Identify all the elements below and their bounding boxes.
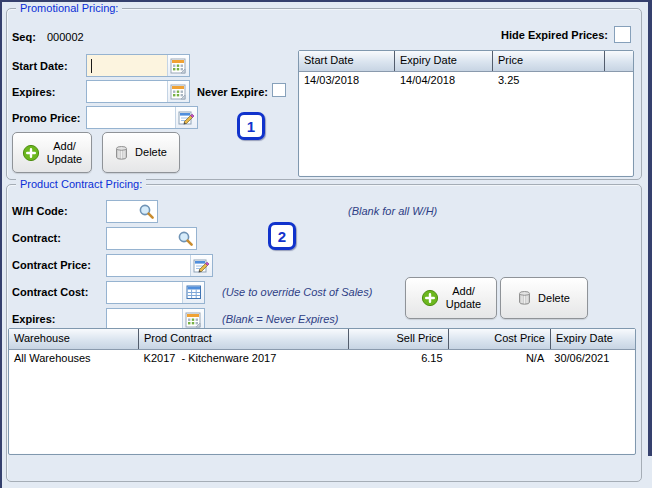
contract-row-sell-price: 6.15	[348, 350, 448, 368]
promo-col-price[interactable]: Price	[493, 51, 605, 71]
promo-price-edit-button[interactable]	[175, 107, 197, 128]
hide-expired-checkbox[interactable]	[614, 26, 631, 43]
expires-input[interactable]	[87, 81, 167, 102]
hide-expired-label: Hide Expired Prices:	[430, 29, 608, 42]
contract-row-cost-price: N/A	[448, 350, 550, 368]
wh-hint: (Blank for all W/H)	[348, 205, 437, 218]
never-expire-label: Never Expire:	[197, 86, 268, 99]
promo-row-price: 3.25	[493, 72, 605, 90]
seq-value: 000002	[47, 31, 84, 44]
contract-delete-label: Delete	[538, 292, 570, 305]
promo-add-update-button[interactable]: Add/ Update	[12, 132, 92, 173]
plus-icon	[421, 289, 439, 307]
expires-field[interactable]	[86, 80, 190, 103]
contract-table-row[interactable]: All Warehouses K2017 - Kitchenware 2017 …	[9, 350, 635, 368]
contract-price-field[interactable]	[106, 254, 213, 277]
contract-cost-field[interactable]	[106, 281, 205, 304]
start-date-label: Start Date:	[12, 60, 68, 73]
promotional-pricing-window: Promotional Pricing: Seq: 000002 Start D…	[0, 0, 652, 488]
contract-expires-input[interactable]	[107, 309, 182, 330]
step-marker-2: 2	[268, 222, 296, 250]
contract-add-update-line1: Add/	[452, 285, 475, 297]
promo-row-expiry-date: 14/04/2018	[395, 72, 493, 90]
plus-icon	[22, 144, 40, 162]
calendar-icon	[170, 58, 187, 74]
grid-icon	[186, 285, 202, 300]
contract-delete-button[interactable]: Delete	[500, 277, 588, 319]
contract-label: Contract:	[12, 232, 61, 245]
calendar-icon	[185, 312, 202, 328]
promo-col-stub	[605, 51, 633, 71]
contract-cost-label: Contract Cost:	[12, 286, 88, 299]
promo-row-start-date: 14/03/2018	[299, 72, 395, 90]
search-icon	[177, 230, 194, 247]
seq-label: Seq:	[12, 31, 36, 44]
trash-icon	[518, 290, 531, 306]
contract-expires-label: Expires:	[12, 313, 55, 326]
expires-calendar-button[interactable]	[167, 81, 189, 102]
expires-label: Expires:	[12, 86, 55, 99]
promo-delete-label: Delete	[135, 146, 167, 159]
contract-price-input[interactable]	[107, 255, 190, 276]
wh-code-input[interactable]	[107, 201, 136, 222]
never-expire-checkbox[interactable]	[272, 83, 286, 97]
window-right-border	[648, 0, 652, 456]
contract-add-update-button[interactable]: Add/ Update	[405, 277, 497, 319]
contract-col-prod-contract[interactable]: Prod Contract	[139, 329, 349, 349]
promo-price-label: Promo Price:	[12, 112, 80, 125]
contract-col-cost-price[interactable]: Cost Price	[449, 329, 551, 349]
step-marker-1: 1	[237, 112, 265, 140]
contract-price-edit-button[interactable]	[190, 255, 212, 276]
contract-expires-calendar-button[interactable]	[182, 309, 204, 330]
wh-code-label: W/H Code:	[12, 205, 68, 218]
window-left-border	[0, 0, 2, 488]
add-update-label-line2: Update	[47, 153, 82, 165]
contract-col-expiry-date[interactable]: Expiry Date	[551, 329, 635, 349]
promo-table-row[interactable]: 14/03/2018 14/04/2018 3.25	[299, 72, 633, 90]
add-update-label-line1: Add/	[53, 140, 76, 152]
contract-table-header: Warehouse Prod Contract Sell Price Cost …	[9, 329, 635, 350]
edit-price-icon	[193, 258, 210, 274]
contract-row-prod-contract: K2017 - Kitchenware 2017	[139, 350, 348, 368]
start-date-field[interactable]	[86, 54, 190, 77]
window-top-border	[0, 0, 652, 2]
start-date-input[interactable]	[87, 55, 167, 76]
contract-col-sell-price[interactable]: Sell Price	[349, 329, 449, 349]
promo-col-expiry-date[interactable]: Expiry Date	[395, 51, 493, 71]
wh-code-field[interactable]	[106, 200, 158, 223]
contract-row-expiry-date: 30/06/2021	[549, 350, 635, 368]
contract-field[interactable]	[106, 227, 197, 250]
search-icon	[138, 203, 155, 220]
contract-lookup-button[interactable]	[175, 228, 196, 249]
edit-price-icon	[178, 110, 195, 126]
contract-cost-input[interactable]	[107, 282, 182, 303]
contract-col-warehouse[interactable]: Warehouse	[9, 329, 139, 349]
promo-price-table: Start Date Expiry Date Price 14/03/2018 …	[298, 50, 634, 177]
promo-delete-button[interactable]: Delete	[102, 132, 180, 173]
expires-hint: (Blank = Never Expires)	[222, 313, 338, 326]
contract-input[interactable]	[107, 228, 175, 249]
promo-price-input[interactable]	[87, 107, 175, 128]
contract-row-warehouse: All Warehouses	[9, 350, 139, 368]
contract-price-table: Warehouse Prod Contract Sell Price Cost …	[8, 328, 636, 455]
cost-hint: (Use to override Cost of Sales)	[222, 286, 372, 299]
contract-price-label: Contract Price:	[12, 259, 91, 272]
start-date-calendar-button[interactable]	[167, 55, 189, 76]
promo-price-field[interactable]	[86, 106, 198, 129]
contract-pricing-title: Product Contract Pricing:	[16, 178, 146, 191]
text-caret	[91, 59, 92, 73]
wh-code-lookup-button[interactable]	[136, 201, 157, 222]
promo-table-header: Start Date Expiry Date Price	[299, 51, 633, 72]
trash-icon	[115, 145, 128, 161]
contract-cost-grid-button[interactable]	[182, 282, 204, 303]
promotional-pricing-title: Promotional Pricing:	[16, 2, 122, 15]
contract-add-update-line2: Update	[446, 298, 481, 310]
promo-col-start-date[interactable]: Start Date	[299, 51, 395, 71]
calendar-icon	[170, 84, 187, 100]
